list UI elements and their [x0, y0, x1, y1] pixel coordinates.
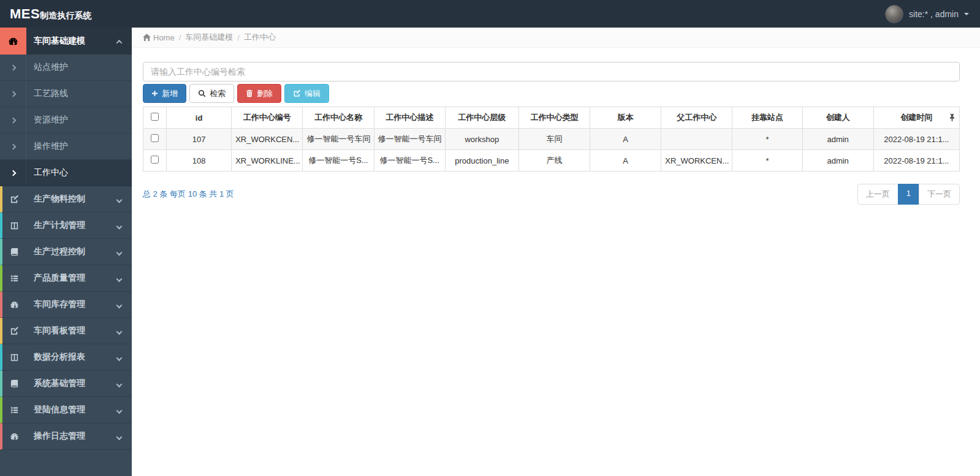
sidebar-item-label: 登陆信息管理 — [26, 404, 117, 415]
sidebar-item-label: 生产过程控制 — [26, 246, 117, 257]
cell-type: 产线 — [518, 150, 590, 172]
home-icon — [143, 34, 151, 41]
add-button[interactable]: 新增 — [143, 84, 186, 103]
sidebar-item-process-route[interactable]: 工艺路线 — [0, 81, 132, 107]
select-all-cell — [143, 107, 167, 129]
brand-subtitle: 制造执行系统 — [40, 10, 91, 21]
work-center-table: id 工作中心编号 工作中心名称 工作中心描述 工作中心层级 工作中心类型 版本… — [143, 107, 960, 172]
gauge-icon — [2, 423, 26, 449]
sidebar-group-workshop-modeling[interactable]: 车间基础建模 — [0, 28, 132, 55]
sidebar-item-label: 工艺路线 — [26, 88, 68, 99]
column-header-version[interactable]: 版本 — [590, 107, 661, 129]
cell-name: 修一智能一号车间 — [303, 129, 374, 150]
sidebar-item-label: 资源维护 — [26, 115, 68, 126]
sidebar-item-operation-log-management[interactable]: 操作日志管理 — [0, 423, 132, 450]
book-icon — [2, 371, 26, 396]
cell-type: 车间 — [518, 129, 590, 150]
column-header-creator[interactable]: 创建人 — [802, 107, 873, 129]
cell-level: production_line — [445, 150, 518, 172]
sidebar-item-work-center[interactable]: 工作中心 — [0, 160, 132, 186]
sidebar-item-resource-maintenance[interactable]: 资源维护 — [0, 107, 132, 134]
sidebar-item-label: 站点维护 — [26, 62, 68, 73]
sidebar-item-system-management[interactable]: 系统基础管理 — [0, 371, 132, 397]
edit-icon — [293, 89, 301, 97]
table-row[interactable]: 107 XR_WORKCEN... 修一智能一号车间 修一智能一号车间 work… — [143, 129, 960, 150]
breadcrumb: Home / 车间基础建模 / 工作中心 — [132, 28, 980, 48]
table-footer: 总 2 条 每页 10 条 共 1 页 上一页 1 下一页 — [143, 184, 960, 205]
sidebar-item-kanban-management[interactable]: 车间看板管理 — [0, 318, 132, 344]
sidebar-item-operation-maintenance[interactable]: 操作维护 — [0, 134, 132, 160]
book-icon — [2, 239, 26, 265]
cell-level: workshop — [445, 129, 518, 150]
pagination: 上一页 1 下一页 — [857, 184, 960, 205]
chevron-right-icon — [0, 81, 26, 107]
column-header-description[interactable]: 工作中心描述 — [374, 107, 445, 129]
column-header-level[interactable]: 工作中心层级 — [445, 107, 518, 129]
pagination-next-button[interactable]: 下一页 — [919, 184, 960, 205]
list-icon — [2, 265, 26, 291]
sidebar-item-process-control[interactable]: 生产过程控制 — [0, 239, 132, 265]
column-header-created-time-label: 创建时间 — [900, 113, 932, 122]
cell-created-time: 2022-08-19 21:1... — [873, 129, 959, 150]
sidebar-item-login-info-management[interactable]: 登陆信息管理 — [0, 397, 132, 423]
sidebar-item-material-control[interactable]: 生产物料控制 — [0, 186, 132, 213]
search-button[interactable]: 检索 — [189, 84, 234, 103]
sidebar-item-label: 系统基础管理 — [26, 378, 117, 389]
column-header-type[interactable]: 工作中心类型 — [518, 107, 590, 129]
breadcrumb-separator: / — [237, 33, 240, 42]
user-avatar — [885, 5, 903, 23]
row-checkbox[interactable] — [151, 134, 159, 142]
sidebar-item-label: 产品质量管理 — [26, 273, 117, 284]
column-header-station[interactable]: 挂靠站点 — [732, 107, 802, 129]
sidebar-item-plan-management[interactable]: 生产计划管理 — [0, 213, 132, 239]
table-row[interactable]: 108 XR_WORKLINE... 修一智能一号S... 修一智能一号S...… — [143, 150, 960, 172]
sidebar-item-quality-management[interactable]: 产品质量管理 — [0, 265, 132, 292]
table-header-row: id 工作中心编号 工作中心名称 工作中心描述 工作中心层级 工作中心类型 版本… — [143, 107, 960, 129]
delete-button[interactable]: 删除 — [237, 84, 281, 103]
chevron-right-icon — [0, 107, 26, 133]
column-header-code[interactable]: 工作中心编号 — [232, 107, 303, 129]
user-menu[interactable]: site:* , admin — [885, 5, 969, 23]
search-input[interactable] — [143, 62, 960, 81]
gauge-icon — [0, 28, 26, 55]
column-header-name[interactable]: 工作中心名称 — [303, 107, 374, 129]
select-all-checkbox[interactable] — [151, 113, 159, 121]
pagination-summary: 总 2 条 每页 10 条 共 1 页 — [143, 189, 234, 200]
add-button-label: 新增 — [162, 88, 178, 99]
column-header-parent[interactable]: 父工作中心 — [661, 107, 732, 129]
brand-mes: MES — [10, 6, 40, 22]
pagination-prev-button[interactable]: 上一页 — [857, 184, 898, 205]
pencil-square-icon — [2, 186, 26, 212]
sidebar-item-label: 工作中心 — [26, 167, 68, 178]
cell-station: * — [732, 150, 802, 172]
cell-description: 修一智能一号车间 — [374, 129, 445, 150]
sidebar-item-station-maintenance[interactable]: 站点维护 — [0, 55, 132, 81]
column-header-id[interactable]: id — [167, 107, 232, 129]
search-icon — [198, 89, 206, 97]
sidebar-item-analytics-reports[interactable]: 数据分析报表 — [0, 344, 132, 371]
sidebar-item-label: 生产物料控制 — [26, 194, 117, 205]
cell-station: * — [732, 129, 802, 150]
content: 新增 检索 删除 编辑 — [132, 48, 980, 205]
toolbar: 新增 检索 删除 编辑 — [143, 84, 960, 103]
cell-description: 修一智能一号S... — [374, 150, 445, 172]
sidebar-item-inventory-management[interactable]: 车间库存管理 — [0, 292, 132, 318]
pagination-page-1-button[interactable]: 1 — [898, 184, 919, 205]
pin-icon[interactable] — [949, 114, 955, 122]
column-header-created-time[interactable]: 创建时间 — [873, 107, 959, 129]
chevron-down-icon — [117, 273, 121, 283]
row-select-cell — [143, 129, 167, 150]
edit-button[interactable]: 编辑 — [284, 84, 329, 103]
breadcrumb-current: 工作中心 — [244, 32, 276, 43]
cell-code: XR_WORKCEN... — [232, 129, 303, 150]
cell-parent — [661, 129, 732, 150]
row-checkbox[interactable] — [151, 156, 159, 164]
main-area: Home / 车间基础建模 / 工作中心 新增 检索 删除 编辑 — [132, 0, 980, 476]
breadcrumb-section-link[interactable]: 车间基础建模 — [185, 32, 233, 43]
cell-created-time: 2022-08-19 21:1... — [873, 150, 959, 172]
chevron-down-icon — [117, 352, 121, 362]
sidebar: 车间基础建模 站点维护 工艺路线 资源维护 操作维护 工作中心 生产物料控制 生… — [0, 28, 132, 476]
search-button-label: 检索 — [210, 88, 226, 99]
columns-icon — [2, 344, 26, 370]
breadcrumb-home-link[interactable]: Home — [153, 33, 175, 42]
